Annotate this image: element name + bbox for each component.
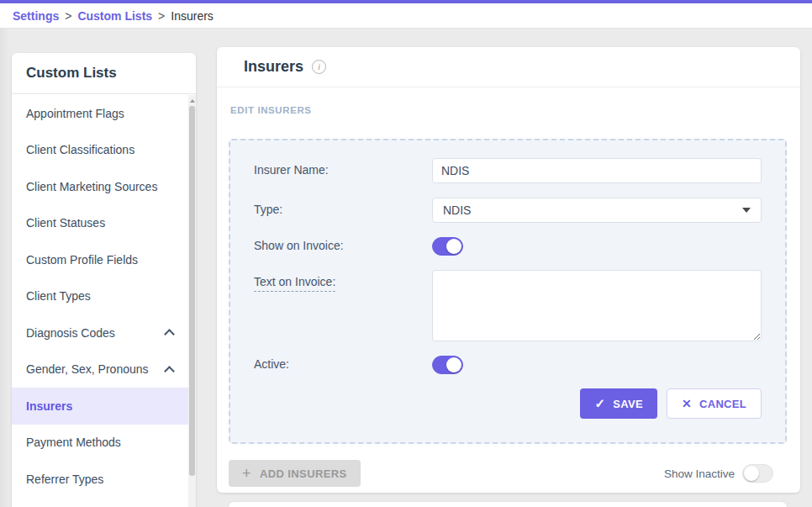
- page-left-shadow: [0, 29, 8, 507]
- sidebar-item-label: Client Types: [26, 289, 91, 303]
- sidebar-item-label: Client Marketing Sources: [26, 180, 157, 193]
- insurers-panel: Insurers i EDIT INSURERS Insurer Name: T…: [217, 47, 800, 493]
- breadcrumb: Settings > Custom Lists > Insurers: [0, 3, 812, 29]
- type-label: Type:: [254, 198, 432, 223]
- info-icon[interactable]: i: [312, 60, 326, 74]
- show-on-invoice-toggle[interactable]: [432, 237, 463, 256]
- section-label: EDIT INSURERS: [230, 105, 800, 115]
- chevron-up-icon[interactable]: [164, 366, 175, 377]
- text-on-invoice-textarea[interactable]: [432, 270, 762, 341]
- close-icon: ✕: [682, 397, 692, 410]
- sidebar-scrollbar[interactable]: [188, 95, 196, 507]
- list-actions-row: + ADD INSURERS Show Inactive: [229, 460, 773, 487]
- breadcrumb-item: > Insurers: [152, 9, 214, 23]
- show-on-invoice-label: Show on Invoice:: [254, 237, 432, 256]
- breadcrumb-item: > Custom Lists: [59, 9, 152, 23]
- sidebar-item-label: Appointment Flags: [26, 107, 124, 120]
- insurer-name-label: Insurer Name:: [254, 158, 432, 183]
- scrollbar-thumb[interactable]: [189, 106, 195, 476]
- active-toggle[interactable]: [432, 356, 463, 374]
- sidebar-item-label: Diagnosis Codes: [26, 326, 115, 340]
- save-button[interactable]: ✓ SAVE: [580, 388, 657, 419]
- type-select-value: NDIS: [443, 203, 471, 217]
- breadcrumb-link: Insurers: [171, 9, 214, 23]
- text-on-invoice-label: Text on Invoice:: [254, 270, 432, 341]
- sidebar-item-label: Insurers: [26, 399, 72, 413]
- sidebar-item[interactable]: Referrer Types: [12, 461, 188, 498]
- sidebar-item-label: Custom Profile Fields: [26, 253, 138, 267]
- sidebar-item-label: Referrer Types: [26, 473, 103, 486]
- sidebar-item[interactable]: Custom Profile Fields: [12, 241, 188, 278]
- sidebar-item-label: Payment Methods: [26, 436, 121, 449]
- sidebar-item-label: Gender, Sex, Pronouns: [26, 362, 149, 376]
- triangle-up-icon: [190, 99, 195, 103]
- toggle-knob: [744, 466, 759, 481]
- chevron-up-icon[interactable]: [164, 329, 175, 340]
- sidebar-item[interactable]: Client Classifications: [12, 132, 188, 169]
- breadcrumb-link[interactable]: Settings: [13, 9, 59, 23]
- chevron-down-icon: [742, 208, 751, 213]
- sidebar-item-label: Client Classifications: [26, 143, 134, 156]
- edit-insurers-form: Insurer Name: Type: NDIS Show on Invoice…: [229, 139, 787, 444]
- sidebar-title: Custom Lists: [12, 53, 196, 94]
- check-icon: ✓: [594, 396, 605, 411]
- breadcrumb-separator: >: [158, 9, 165, 23]
- active-label: Active:: [254, 356, 432, 374]
- sidebar-item[interactable]: Diagnosis Codes: [12, 314, 188, 351]
- insurers-list-card-top: [229, 502, 787, 507]
- custom-lists-sidebar: Custom Lists Appointment Flags Client Cl…: [12, 53, 196, 507]
- cancel-button[interactable]: ✕ CANCEL: [667, 388, 762, 419]
- sidebar-list: Appointment Flags Client Classifications…: [12, 95, 188, 507]
- sidebar-item[interactable]: Gender, Sex, Pronouns: [12, 351, 188, 388]
- show-inactive-control: Show Inactive: [664, 464, 773, 483]
- sidebar-item[interactable]: Client Statuses: [12, 205, 188, 242]
- breadcrumb-link[interactable]: Custom Lists: [77, 9, 152, 23]
- sidebar-item[interactable]: Insurers: [12, 388, 188, 425]
- breadcrumb-separator: >: [65, 9, 71, 23]
- insurer-name-input[interactable]: [432, 158, 762, 183]
- sidebar-item[interactable]: Client Types: [12, 278, 188, 315]
- show-inactive-label: Show Inactive: [664, 467, 735, 480]
- sidebar-item[interactable]: Client Marketing Sources: [12, 168, 188, 205]
- type-select[interactable]: NDIS: [432, 198, 762, 223]
- toggle-knob: [446, 357, 461, 372]
- sidebar-item[interactable]: Appointment Flags: [12, 95, 188, 132]
- sidebar-item-label: Client Statuses: [26, 216, 105, 230]
- toggle-knob: [446, 239, 461, 254]
- panel-header: Insurers i: [217, 47, 800, 87]
- add-insurers-button[interactable]: + ADD INSURERS: [229, 460, 361, 487]
- breadcrumb-item: Settings: [13, 9, 59, 23]
- scroll-up-button[interactable]: [188, 95, 196, 106]
- show-inactive-toggle[interactable]: [742, 464, 773, 483]
- plus-icon: +: [242, 466, 251, 481]
- page-title: Insurers: [244, 58, 303, 76]
- sidebar-item[interactable]: Payment Methods: [12, 425, 188, 462]
